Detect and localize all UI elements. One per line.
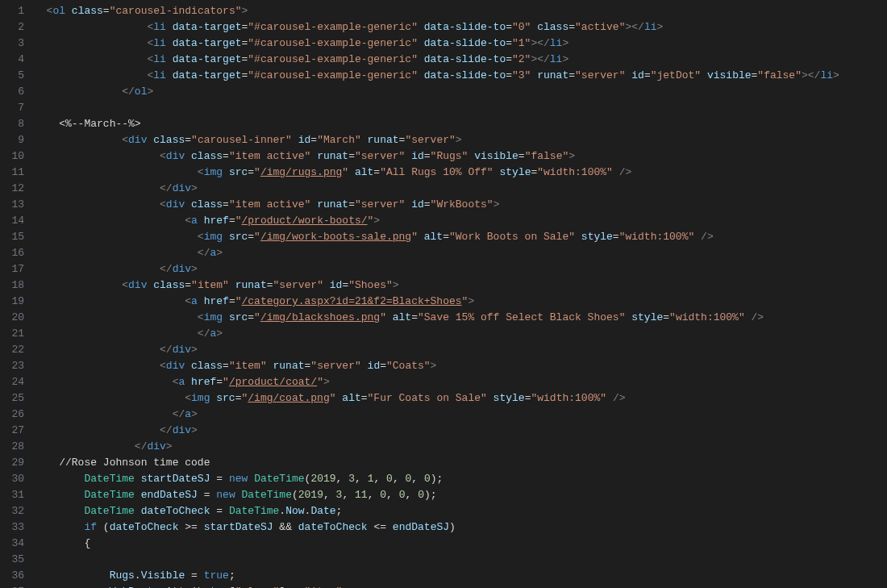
code-line[interactable]: <img src="/img/rugs.png" alt="All Rugs 1… [34, 165, 887, 181]
code-editor[interactable]: 1234567891011121314151617181920212223242… [0, 0, 887, 588]
code-line[interactable]: <%--March--%> [34, 116, 887, 132]
line-number: 26 [0, 407, 24, 423]
line-number: 35 [0, 552, 24, 568]
code-line[interactable]: <li data-target="#carousel-example-gener… [34, 68, 887, 84]
code-line[interactable]: </div> [34, 439, 887, 455]
code-line[interactable]: <a href="/product/work-boots/"> [34, 213, 887, 229]
line-number: 23 [0, 358, 24, 374]
line-number: 16 [0, 245, 24, 261]
line-number: 19 [0, 294, 24, 310]
line-number: 24 [0, 374, 24, 390]
code-line[interactable]: <div class="item" runat="server" id="Sho… [34, 277, 887, 294]
code-line[interactable]: <a href="/product/coat/"> [34, 374, 887, 390]
line-number: 32 [0, 503, 24, 519]
code-line[interactable]: DateTime startDateSJ = new DateTime(2019… [34, 471, 887, 487]
line-number: 31 [0, 487, 24, 503]
line-number: 3 [0, 35, 24, 52]
line-number: 6 [0, 84, 24, 100]
code-line[interactable]: </a> [34, 326, 887, 342]
line-number: 33 [0, 519, 24, 536]
line-number: 4 [0, 52, 24, 68]
code-line[interactable]: </div> [34, 423, 887, 439]
line-number: 27 [0, 423, 24, 439]
line-number: 30 [0, 471, 24, 487]
line-number: 18 [0, 277, 24, 294]
code-line[interactable]: </ol> [34, 84, 887, 100]
line-number: 17 [0, 261, 24, 277]
code-line[interactable]: <li data-target="#carousel-example-gener… [34, 19, 887, 35]
line-number: 37 [0, 584, 24, 588]
code-line[interactable]: </div> [34, 181, 887, 197]
line-number: 9 [0, 132, 24, 148]
line-number: 34 [0, 536, 24, 552]
line-number: 1 [0, 3, 24, 19]
code-line[interactable]: DateTime endDateSJ = new DateTime(2019, … [34, 487, 887, 503]
code-line[interactable]: <li data-target="#carousel-example-gener… [34, 35, 887, 52]
code-line[interactable]: //Rose Johnson time code [34, 455, 887, 471]
line-number: 8 [0, 116, 24, 132]
line-number: 14 [0, 213, 24, 229]
code-line[interactable]: <img src="/img/coat.png" alt="Fur Coats … [34, 390, 887, 407]
code-line[interactable]: Rugs.Visible = true; [34, 568, 887, 584]
code-line[interactable]: </a> [34, 245, 887, 261]
code-line[interactable]: { [34, 536, 887, 552]
code-line[interactable]: <img src="/img/blackshoes.png" alt="Save… [34, 310, 887, 326]
line-number: 25 [0, 390, 24, 407]
code-line[interactable]: <div class="item" runat="server" id="Coa… [34, 358, 887, 374]
line-number: 2 [0, 19, 24, 35]
line-number: 28 [0, 439, 24, 455]
line-number: 20 [0, 310, 24, 326]
line-number: 12 [0, 181, 24, 197]
code-line[interactable]: </div> [34, 261, 887, 277]
code-line[interactable]: DateTime dateToCheck = DateTime.Now.Date… [34, 503, 887, 519]
code-line[interactable]: <ol class="carousel-indicators"> [34, 3, 887, 19]
code-line[interactable]: <div class="item active" runat="server" … [34, 197, 887, 213]
line-number: 7 [0, 100, 24, 116]
code-content[interactable]: <ol class="carousel-indicators"> <li dat… [34, 3, 887, 588]
code-line[interactable]: <img src="/img/work-boots-sale.png" alt=… [34, 229, 887, 245]
code-line[interactable]: </a> [34, 407, 887, 423]
code-line[interactable]: </div> [34, 342, 887, 358]
code-line[interactable]: <div class="item active" runat="server" … [34, 148, 887, 165]
line-number: 15 [0, 229, 24, 245]
code-line[interactable]: WrkBoots.Attributes["class"] = "item"; [34, 584, 887, 588]
code-line[interactable]: <a href="/category.aspx?id=21&f2=Black+S… [34, 294, 887, 310]
line-number: 13 [0, 197, 24, 213]
line-number: 36 [0, 568, 24, 584]
line-number: 22 [0, 342, 24, 358]
code-line[interactable]: if (dateToCheck >= startDateSJ && dateTo… [34, 519, 887, 536]
line-number-gutter: 1234567891011121314151617181920212223242… [0, 3, 34, 588]
line-number: 11 [0, 165, 24, 181]
code-line[interactable] [34, 552, 887, 568]
line-number: 5 [0, 68, 24, 84]
code-line[interactable]: <div class="carousel-inner" id="March" r… [34, 132, 887, 148]
line-number: 10 [0, 148, 24, 165]
code-line[interactable]: <li data-target="#carousel-example-gener… [34, 52, 887, 68]
line-number: 21 [0, 326, 24, 342]
line-number: 29 [0, 455, 24, 471]
code-line[interactable] [34, 100, 887, 116]
